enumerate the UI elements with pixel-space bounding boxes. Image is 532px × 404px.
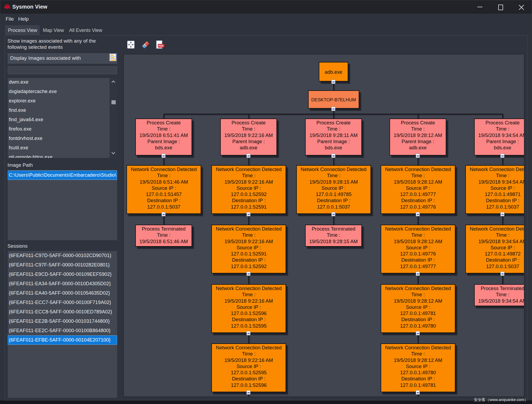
svg-text:PDF: PDF	[159, 45, 164, 47]
